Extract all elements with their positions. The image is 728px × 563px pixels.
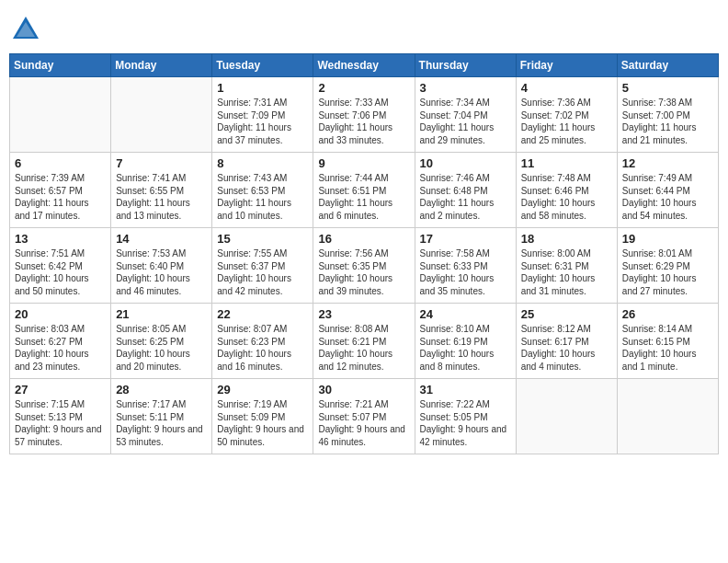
calendar-cell: [111, 77, 212, 153]
day-header-tuesday: Tuesday: [212, 54, 313, 77]
day-number: 7: [116, 156, 207, 170]
calendar-header-row: SundayMondayTuesdayWednesdayThursdayFrid…: [10, 54, 719, 77]
day-info: Sunrise: 8:00 AM Sunset: 6:31 PM Dayligh…: [521, 247, 612, 297]
calendar-cell: 28Sunrise: 7:17 AM Sunset: 5:11 PM Dayli…: [111, 379, 212, 454]
calendar-cell: 29Sunrise: 7:19 AM Sunset: 5:09 PM Dayli…: [212, 379, 313, 454]
day-number: 21: [116, 307, 207, 321]
day-info: Sunrise: 7:49 AM Sunset: 6:44 PM Dayligh…: [622, 172, 713, 222]
calendar-cell: 2Sunrise: 7:33 AM Sunset: 7:06 PM Daylig…: [313, 77, 415, 153]
day-info: Sunrise: 7:55 AM Sunset: 6:37 PM Dayligh…: [217, 247, 308, 297]
day-number: 13: [15, 232, 106, 246]
calendar-cell: 9Sunrise: 7:44 AM Sunset: 6:51 PM Daylig…: [313, 153, 415, 228]
calendar-cell: [516, 379, 617, 454]
calendar-cell: 3Sunrise: 7:34 AM Sunset: 7:04 PM Daylig…: [415, 77, 516, 153]
day-number: 6: [15, 156, 106, 170]
calendar-cell: 7Sunrise: 7:41 AM Sunset: 6:55 PM Daylig…: [111, 153, 212, 228]
day-number: 16: [318, 232, 409, 246]
day-number: 26: [622, 307, 713, 321]
calendar-cell: 4Sunrise: 7:36 AM Sunset: 7:02 PM Daylig…: [516, 77, 617, 153]
day-info: Sunrise: 8:05 AM Sunset: 6:25 PM Dayligh…: [116, 323, 207, 373]
calendar-cell: [617, 379, 718, 454]
calendar-cell: 30Sunrise: 7:21 AM Sunset: 5:07 PM Dayli…: [313, 379, 415, 454]
calendar-table: SundayMondayTuesdayWednesdayThursdayFrid…: [9, 53, 719, 454]
day-number: 14: [116, 232, 207, 246]
day-header-friday: Friday: [516, 54, 617, 77]
calendar-cell: 18Sunrise: 8:00 AM Sunset: 6:31 PM Dayli…: [516, 228, 617, 304]
day-info: Sunrise: 8:12 AM Sunset: 6:17 PM Dayligh…: [521, 323, 612, 373]
day-number: 30: [318, 383, 409, 396]
day-number: 9: [318, 156, 409, 170]
calendar-cell: 27Sunrise: 7:15 AM Sunset: 5:13 PM Dayli…: [10, 379, 111, 454]
day-info: Sunrise: 8:01 AM Sunset: 6:29 PM Dayligh…: [622, 247, 713, 297]
day-info: Sunrise: 8:14 AM Sunset: 6:15 PM Dayligh…: [622, 323, 713, 373]
calendar-cell: 25Sunrise: 8:12 AM Sunset: 6:17 PM Dayli…: [516, 304, 617, 379]
day-header-wednesday: Wednesday: [313, 54, 415, 77]
day-number: 12: [622, 156, 713, 170]
calendar-cell: 15Sunrise: 7:55 AM Sunset: 6:37 PM Dayli…: [212, 228, 313, 304]
day-number: 24: [420, 307, 511, 321]
day-info: Sunrise: 7:22 AM Sunset: 5:05 PM Dayligh…: [420, 398, 511, 448]
day-number: 2: [318, 81, 409, 95]
page-header: [9, 9, 719, 46]
day-header-saturday: Saturday: [617, 54, 718, 77]
day-number: 5: [622, 81, 713, 95]
day-header-sunday: Sunday: [10, 54, 111, 77]
logo-icon: [9, 13, 42, 46]
calendar-cell: 5Sunrise: 7:38 AM Sunset: 7:00 PM Daylig…: [617, 77, 718, 153]
day-info: Sunrise: 7:38 AM Sunset: 7:00 PM Dayligh…: [622, 97, 713, 146]
calendar-cell: 21Sunrise: 8:05 AM Sunset: 6:25 PM Dayli…: [111, 304, 212, 379]
calendar-cell: 10Sunrise: 7:46 AM Sunset: 6:48 PM Dayli…: [415, 153, 516, 228]
day-info: Sunrise: 7:36 AM Sunset: 7:02 PM Dayligh…: [521, 97, 612, 146]
calendar-cell: 17Sunrise: 7:58 AM Sunset: 6:33 PM Dayli…: [415, 228, 516, 304]
calendar-cell: 16Sunrise: 7:56 AM Sunset: 6:35 PM Dayli…: [313, 228, 415, 304]
day-info: Sunrise: 7:58 AM Sunset: 6:33 PM Dayligh…: [420, 247, 511, 297]
calendar-cell: [10, 77, 111, 153]
day-info: Sunrise: 8:10 AM Sunset: 6:19 PM Dayligh…: [420, 323, 511, 373]
day-number: 15: [217, 232, 308, 246]
day-number: 27: [15, 383, 106, 396]
day-info: Sunrise: 8:08 AM Sunset: 6:21 PM Dayligh…: [318, 323, 409, 373]
logo: [9, 13, 46, 46]
calendar-cell: 24Sunrise: 8:10 AM Sunset: 6:19 PM Dayli…: [415, 304, 516, 379]
calendar-cell: 8Sunrise: 7:43 AM Sunset: 6:53 PM Daylig…: [212, 153, 313, 228]
day-header-monday: Monday: [111, 54, 212, 77]
calendar-cell: 23Sunrise: 8:08 AM Sunset: 6:21 PM Dayli…: [313, 304, 415, 379]
calendar-cell: 14Sunrise: 7:53 AM Sunset: 6:40 PM Dayli…: [111, 228, 212, 304]
day-number: 28: [116, 383, 207, 396]
day-info: Sunrise: 7:41 AM Sunset: 6:55 PM Dayligh…: [116, 172, 207, 222]
day-info: Sunrise: 7:56 AM Sunset: 6:35 PM Dayligh…: [318, 247, 409, 297]
calendar-cell: 12Sunrise: 7:49 AM Sunset: 6:44 PM Dayli…: [617, 153, 718, 228]
day-info: Sunrise: 7:34 AM Sunset: 7:04 PM Dayligh…: [420, 97, 511, 146]
day-info: Sunrise: 7:53 AM Sunset: 6:40 PM Dayligh…: [116, 247, 207, 297]
day-info: Sunrise: 8:07 AM Sunset: 6:23 PM Dayligh…: [217, 323, 308, 373]
calendar-cell: 20Sunrise: 8:03 AM Sunset: 6:27 PM Dayli…: [10, 304, 111, 379]
day-info: Sunrise: 7:21 AM Sunset: 5:07 PM Dayligh…: [318, 398, 409, 448]
week-row-1: 1Sunrise: 7:31 AM Sunset: 7:09 PM Daylig…: [10, 77, 719, 153]
day-number: 25: [521, 307, 612, 321]
calendar-cell: 22Sunrise: 8:07 AM Sunset: 6:23 PM Dayli…: [212, 304, 313, 379]
day-number: 3: [420, 81, 511, 95]
day-number: 19: [622, 232, 713, 246]
day-info: Sunrise: 7:48 AM Sunset: 6:46 PM Dayligh…: [521, 172, 612, 222]
calendar-cell: 31Sunrise: 7:22 AM Sunset: 5:05 PM Dayli…: [415, 379, 516, 454]
week-row-4: 20Sunrise: 8:03 AM Sunset: 6:27 PM Dayli…: [10, 304, 719, 379]
day-info: Sunrise: 7:39 AM Sunset: 6:57 PM Dayligh…: [15, 172, 106, 222]
day-info: Sunrise: 7:46 AM Sunset: 6:48 PM Dayligh…: [420, 172, 511, 222]
day-info: Sunrise: 8:03 AM Sunset: 6:27 PM Dayligh…: [15, 323, 106, 373]
day-number: 4: [521, 81, 612, 95]
day-info: Sunrise: 7:33 AM Sunset: 7:06 PM Dayligh…: [318, 97, 409, 146]
day-info: Sunrise: 7:19 AM Sunset: 5:09 PM Dayligh…: [217, 398, 308, 448]
calendar-cell: 1Sunrise: 7:31 AM Sunset: 7:09 PM Daylig…: [212, 77, 313, 153]
week-row-5: 27Sunrise: 7:15 AM Sunset: 5:13 PM Dayli…: [10, 379, 719, 454]
day-number: 11: [521, 156, 612, 170]
calendar-cell: 26Sunrise: 8:14 AM Sunset: 6:15 PM Dayli…: [617, 304, 718, 379]
day-number: 31: [420, 383, 511, 396]
calendar-cell: 6Sunrise: 7:39 AM Sunset: 6:57 PM Daylig…: [10, 153, 111, 228]
week-row-2: 6Sunrise: 7:39 AM Sunset: 6:57 PM Daylig…: [10, 153, 719, 228]
day-number: 17: [420, 232, 511, 246]
day-number: 20: [15, 307, 106, 321]
day-info: Sunrise: 7:43 AM Sunset: 6:53 PM Dayligh…: [217, 172, 308, 222]
day-number: 22: [217, 307, 308, 321]
day-info: Sunrise: 7:44 AM Sunset: 6:51 PM Dayligh…: [318, 172, 409, 222]
day-number: 18: [521, 232, 612, 246]
